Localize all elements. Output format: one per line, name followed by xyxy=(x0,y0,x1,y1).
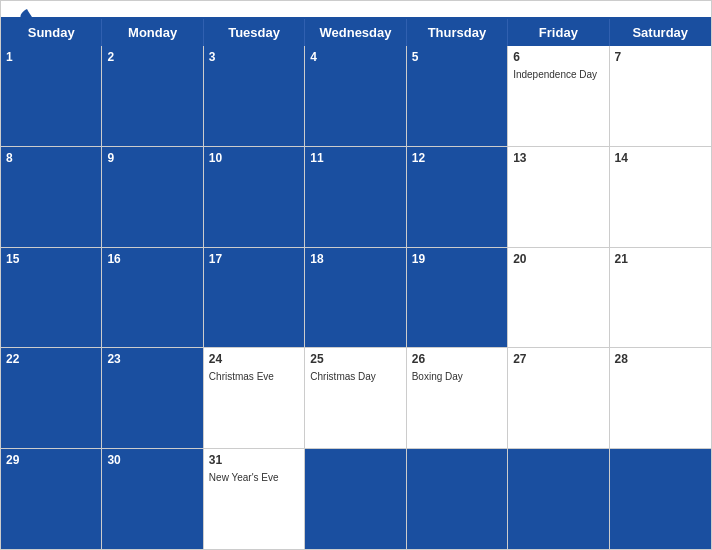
holiday-label: Christmas Eve xyxy=(209,370,299,383)
day-cell: 27 xyxy=(508,348,609,448)
holiday-label: Christmas Day xyxy=(310,370,400,383)
day-number: 16 xyxy=(107,251,197,268)
holiday-label: New Year's Eve xyxy=(209,471,299,484)
day-cell: 29 xyxy=(1,449,102,549)
day-number: 2 xyxy=(107,49,197,66)
day-number: 25 xyxy=(310,351,400,368)
day-cell: 15 xyxy=(1,248,102,348)
day-number: 20 xyxy=(513,251,603,268)
weeks-container: 123456Independence Day789101112131415161… xyxy=(1,46,711,549)
day-number: 28 xyxy=(615,351,706,368)
day-cell: 26Boxing Day xyxy=(407,348,508,448)
day-cell: 11 xyxy=(305,147,406,247)
day-number: 10 xyxy=(209,150,299,167)
day-number: 11 xyxy=(310,150,400,167)
day-number: 30 xyxy=(107,452,197,469)
day-cell: 14 xyxy=(610,147,711,247)
day-cell: 30 xyxy=(102,449,203,549)
day-cell: 3 xyxy=(204,46,305,146)
day-cell: 28 xyxy=(610,348,711,448)
day-cell: 25Christmas Day xyxy=(305,348,406,448)
day-number: 3 xyxy=(209,49,299,66)
calendar: SundayMondayTuesdayWednesdayThursdayFrid… xyxy=(0,0,712,550)
week-row-3: 15161718192021 xyxy=(1,248,711,349)
day-number: 12 xyxy=(412,150,502,167)
day-cell: 17 xyxy=(204,248,305,348)
day-number: 8 xyxy=(6,150,96,167)
day-number: 22 xyxy=(6,351,96,368)
day-number: 29 xyxy=(6,452,96,469)
day-header-monday: Monday xyxy=(102,19,203,46)
calendar-header xyxy=(1,1,711,17)
week-row-5: 293031New Year's Eve xyxy=(1,449,711,549)
day-cell: 5 xyxy=(407,46,508,146)
day-cell: 31New Year's Eve xyxy=(204,449,305,549)
day-number: 14 xyxy=(615,150,706,167)
day-number: 24 xyxy=(209,351,299,368)
day-number: 5 xyxy=(412,49,502,66)
day-cell: 8 xyxy=(1,147,102,247)
day-cell: 24Christmas Eve xyxy=(204,348,305,448)
day-header-wednesday: Wednesday xyxy=(305,19,406,46)
logo-bird-icon xyxy=(19,9,35,29)
day-cell: 20 xyxy=(508,248,609,348)
day-cell: 18 xyxy=(305,248,406,348)
day-number: 21 xyxy=(615,251,706,268)
day-cell: 22 xyxy=(1,348,102,448)
holiday-label: Independence Day xyxy=(513,68,603,81)
day-cell: 23 xyxy=(102,348,203,448)
day-cell: 21 xyxy=(610,248,711,348)
day-number: 31 xyxy=(209,452,299,469)
day-number: 6 xyxy=(513,49,603,66)
day-cell xyxy=(508,449,609,549)
day-header-tuesday: Tuesday xyxy=(204,19,305,46)
day-header-sunday: Sunday xyxy=(1,19,102,46)
day-number: 27 xyxy=(513,351,603,368)
day-cell: 9 xyxy=(102,147,203,247)
day-header-thursday: Thursday xyxy=(407,19,508,46)
day-number: 26 xyxy=(412,351,502,368)
day-cell: 13 xyxy=(508,147,609,247)
day-cell: 16 xyxy=(102,248,203,348)
day-number: 19 xyxy=(412,251,502,268)
calendar-grid: SundayMondayTuesdayWednesdayThursdayFrid… xyxy=(1,17,711,549)
week-row-2: 891011121314 xyxy=(1,147,711,248)
day-cell xyxy=(610,449,711,549)
day-number: 17 xyxy=(209,251,299,268)
day-cell: 6Independence Day xyxy=(508,46,609,146)
day-number: 18 xyxy=(310,251,400,268)
week-row-4: 222324Christmas Eve25Christmas Day26Boxi… xyxy=(1,348,711,449)
day-header-saturday: Saturday xyxy=(610,19,711,46)
day-cell: 19 xyxy=(407,248,508,348)
holiday-label: Boxing Day xyxy=(412,370,502,383)
day-header-friday: Friday xyxy=(508,19,609,46)
day-number: 1 xyxy=(6,49,96,66)
day-cell: 2 xyxy=(102,46,203,146)
day-number: 7 xyxy=(615,49,706,66)
day-cell: 4 xyxy=(305,46,406,146)
week-row-1: 123456Independence Day7 xyxy=(1,46,711,147)
day-cell: 7 xyxy=(610,46,711,146)
day-cell xyxy=(407,449,508,549)
day-cell: 10 xyxy=(204,147,305,247)
day-number: 4 xyxy=(310,49,400,66)
day-cell: 1 xyxy=(1,46,102,146)
day-number: 15 xyxy=(6,251,96,268)
day-cell xyxy=(305,449,406,549)
day-number: 13 xyxy=(513,150,603,167)
day-headers-row: SundayMondayTuesdayWednesdayThursdayFrid… xyxy=(1,19,711,46)
day-number: 23 xyxy=(107,351,197,368)
day-number: 9 xyxy=(107,150,197,167)
day-cell: 12 xyxy=(407,147,508,247)
